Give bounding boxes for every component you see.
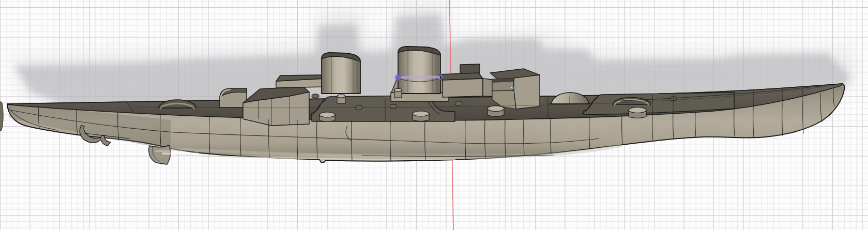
bridge-block[interactable]: [490, 69, 540, 109]
dimension-line[interactable]: [398, 77, 440, 78]
sketch-point-highlight: [511, 87, 512, 88]
rudder-fin[interactable]: [149, 145, 171, 164]
cad-viewport[interactable]: [0, 0, 868, 230]
model-scene: [0, 0, 868, 230]
dimension-start-point[interactable]: [395, 75, 401, 80]
aft-funnel[interactable]: [322, 53, 360, 94]
superstructure-upper-slab[interactable]: [276, 75, 324, 88]
edge-sliver-body[interactable]: [0, 101, 3, 131]
quarter-round-deckhouse[interactable]: [220, 88, 247, 108]
sketch-point[interactable]: [510, 86, 514, 90]
